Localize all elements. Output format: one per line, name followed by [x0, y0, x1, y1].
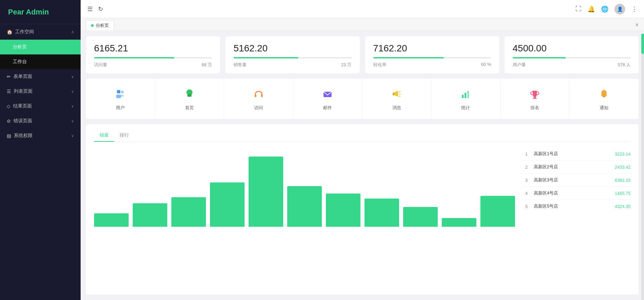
svg-rect-1 — [116, 95, 121, 98]
sidebar-group-workspace-header[interactable]: 🏠 工作空间 ∧ — [0, 24, 81, 40]
quick-card-message[interactable]: 消息 — [362, 79, 432, 119]
stat-card-visits: 6165.21 访问量 68 万 — [86, 36, 220, 73]
avatar-icon: 👤 — [617, 6, 623, 12]
ranking-item-5: 5 高新区5号店 4324.35 — [523, 200, 631, 213]
scrollbar-thumb — [641, 34, 644, 54]
rank-name-5: 高新区5号店 — [534, 203, 611, 209]
bar-0 — [94, 213, 129, 227]
quick-label-message: 消息 — [392, 105, 401, 111]
rank-name-1: 高新区1号店 — [534, 151, 611, 157]
chart-tab-sales[interactable]: 销量 — [94, 130, 114, 142]
tabbar-chevron[interactable]: ∨ — [635, 22, 639, 27]
bar-3 — [210, 182, 245, 227]
refresh-icon[interactable]: ↻ — [98, 5, 103, 13]
main-area: ☰ ↻ ⛶ 🔔 🌐 👤 ⋮ 分析页 ∨ 6165.21 — [81, 0, 644, 300]
svg-rect-0 — [117, 90, 120, 93]
tab-dot — [91, 24, 94, 27]
fullscreen-icon[interactable]: ⛶ — [575, 5, 582, 12]
quick-card-visit[interactable]: 访问 — [224, 79, 293, 119]
stat-label-conversion: 转化率 — [373, 62, 386, 68]
ranking-item-3: 3 高新区3号店 6392.15 — [523, 174, 631, 187]
rank-num-3: 3 — [523, 178, 530, 183]
globe-icon[interactable]: 🌐 — [601, 5, 608, 13]
rank-value-3: 6392.15 — [615, 178, 631, 183]
chart-tab-ranking[interactable]: 排行 — [114, 130, 134, 142]
stats-icon — [458, 87, 473, 101]
bar-10 — [480, 196, 515, 227]
quick-card-rank[interactable]: 排名 — [501, 79, 570, 119]
bar-col-9 — [442, 218, 476, 227]
stat-value-users: 4500.00 — [513, 43, 631, 54]
sidebar-item-permissions[interactable]: ▤ 系统权限 ∨ — [0, 128, 81, 143]
bar-col-8 — [403, 207, 438, 227]
tab-analysis-label: 分析页 — [96, 23, 109, 29]
bar-col-1 — [133, 203, 167, 227]
chevron-down-icon: ∨ — [71, 119, 74, 123]
stat-meta-users: 用户量 578 人 — [513, 62, 631, 68]
stat-card-conversion: 7162.20 转化率 60 % — [365, 36, 499, 73]
svg-rect-5 — [187, 94, 191, 97]
lists-label: 列表页面 — [14, 88, 33, 94]
sidebar: Pear Admin 🏠 工作空间 ∧ 分析页 工作台 ✏ 表单页面 ∨ ☰ 列… — [0, 0, 81, 300]
stat-label-users: 用户量 — [513, 62, 526, 68]
bar-6 — [326, 194, 360, 227]
stat-meta-conversion: 转化率 60 % — [373, 62, 491, 68]
notify-icon — [597, 87, 611, 101]
lists-icon: ☰ — [7, 89, 11, 94]
trophy-icon — [527, 87, 542, 101]
stat-meta-visits: 访问量 68 万 — [94, 62, 212, 68]
svg-rect-10 — [393, 93, 394, 95]
svg-rect-18 — [533, 98, 537, 99]
bar-col-2 — [171, 197, 206, 227]
svg-rect-20 — [604, 89, 604, 90]
quick-label-home: 首页 — [185, 105, 194, 111]
rank-value-1: 3223.14 — [615, 152, 631, 157]
svg-rect-7 — [261, 94, 263, 97]
chart-body: 1 高新区1号店 3223.14 2 高新区2号店 2433.42 3 高新区3… — [94, 147, 631, 289]
bar-4 — [249, 157, 283, 227]
stat-meta-value-sales: 23 万 — [341, 62, 351, 68]
rank-num-4: 4 — [523, 191, 530, 196]
sidebar-item-lists[interactable]: ☰ 列表页面 ∨ — [0, 84, 81, 99]
svg-rect-2 — [121, 91, 124, 93]
tabbar: 分析页 ∨ — [81, 18, 644, 31]
more-icon[interactable]: ⋮ — [631, 5, 637, 13]
quick-card-stats[interactable]: 统计 — [431, 79, 501, 119]
bell-icon[interactable]: 🔔 — [588, 5, 595, 13]
avatar[interactable]: 👤 — [614, 4, 625, 14]
stat-value-visits: 6165.21 — [94, 43, 212, 54]
stat-card-users: 4500.00 用户量 578 人 — [505, 36, 639, 73]
forms-label: 表单页面 — [13, 74, 32, 80]
sidebar-item-analysis[interactable]: 分析页 — [0, 40, 81, 54]
quick-card-notify[interactable]: 通知 — [569, 79, 639, 119]
sidebar-item-errors[interactable]: ⊘ 错误页面 ∨ — [0, 114, 81, 128]
sidebar-item-results[interactable]: ◇ 结果页面 ∨ — [0, 99, 81, 114]
bar-col-5 — [287, 186, 322, 227]
menu-icon[interactable]: ☰ — [87, 5, 93, 13]
quick-label-visit: 访问 — [254, 105, 263, 111]
chart-tabs: 销量 排行 — [94, 130, 631, 142]
rank-value-2: 2433.42 — [615, 165, 631, 170]
svg-rect-3 — [121, 95, 124, 97]
progress-fill-conversion — [373, 57, 444, 58]
progress-bar-sales — [233, 57, 351, 58]
quick-card-home[interactable]: 首页 — [155, 79, 224, 119]
tab-analysis[interactable]: 分析页 — [86, 20, 114, 31]
headphone-icon — [251, 87, 266, 101]
quick-card-mail[interactable]: 邮件 — [293, 79, 362, 119]
progress-bar-conversion — [373, 57, 491, 58]
quick-label-notify: 通知 — [600, 105, 608, 111]
sidebar-item-forms[interactable]: ✏ 表单页面 ∨ — [0, 69, 81, 84]
progress-fill-users — [513, 57, 566, 58]
right-scrollbar[interactable] — [641, 34, 644, 300]
quick-actions: 用户 首页 — [86, 79, 639, 119]
user-icon — [113, 87, 128, 101]
quick-label-stats: 统计 — [461, 105, 470, 111]
bar-2 — [171, 197, 206, 227]
progress-bar-users — [513, 57, 631, 58]
progress-fill-sales — [233, 57, 298, 58]
quick-card-user[interactable]: 用户 — [86, 79, 155, 119]
analysis-label: 分析页 — [13, 44, 27, 49]
sidebar-item-workbench[interactable]: 工作台 — [0, 54, 81, 69]
rank-name-2: 高新区2号店 — [534, 164, 611, 170]
